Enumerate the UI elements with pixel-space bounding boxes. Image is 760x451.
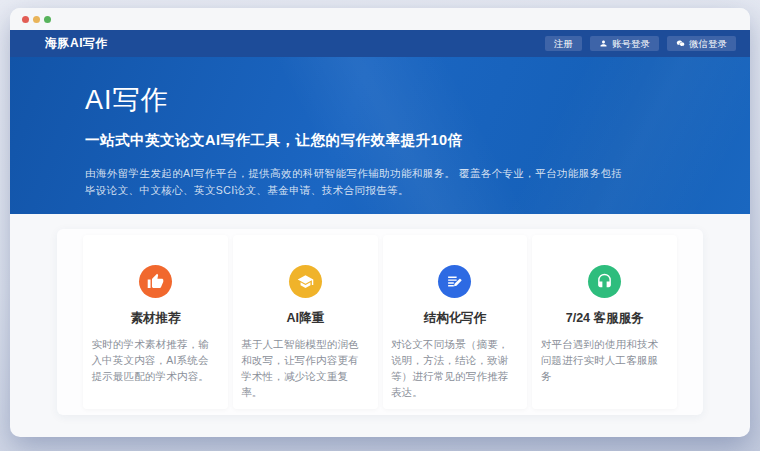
- feature-icon-circle: [438, 265, 471, 298]
- zoom-window-button[interactable]: [44, 16, 51, 23]
- hero-subtitle: 一站式中英文论文AI写作工具，让您的写作效率提升10倍: [85, 131, 710, 150]
- feature-icon-circle: [139, 265, 172, 298]
- top-navbar: 海豚AI写作 注册 账号登录 微信登录: [10, 30, 750, 57]
- hero-description-line2: 毕设论文、中文核心、英文SCI论文、基金申请、技术合同报告等。: [85, 182, 710, 199]
- feature-title: 7/24 客服服务: [532, 310, 677, 327]
- user-icon: [599, 39, 608, 48]
- feature-icon-circle: [289, 265, 322, 298]
- hero-title: AI写作: [85, 82, 710, 118]
- content-area: 素材推荐 实时的学术素材推荐，输入中英文内容，AI系统会提示最匹配的学术内容。 …: [10, 214, 750, 415]
- minimize-window-button[interactable]: [33, 16, 40, 23]
- hero-description: 由海外留学生发起的AI写作平台，提供高效的科研智能写作辅助功能和服务。 覆盖各个…: [85, 165, 710, 199]
- register-button[interactable]: 注册: [545, 36, 582, 52]
- thumbs-up-icon: [147, 273, 164, 290]
- wechat-login-label: 微信登录: [689, 39, 727, 49]
- window-titlebar: [10, 8, 750, 30]
- feature-description: 对平台遇到的使用和技术问题进行实时人工客服服务: [541, 336, 669, 384]
- site-logo[interactable]: 海豚AI写作: [45, 35, 108, 52]
- nav-actions: 注册 账号登录 微信登录: [545, 36, 736, 52]
- account-login-label: 账号登录: [612, 39, 650, 49]
- wechat-login-button[interactable]: 微信登录: [667, 36, 736, 52]
- features-card: 素材推荐 实时的学术素材推荐，输入中英文内容，AI系统会提示最匹配的学术内容。 …: [57, 229, 703, 415]
- feature-title: 素材推荐: [83, 310, 228, 327]
- feature-item-support: 7/24 客服服务 对平台遇到的使用和技术问题进行实时人工客服服务: [532, 235, 677, 409]
- wechat-icon: [676, 39, 685, 48]
- feature-icon-circle: [588, 265, 621, 298]
- hero-banner: AI写作 一站式中英文论文AI写作工具，让您的写作效率提升10倍 由海外留学生发…: [10, 57, 750, 214]
- account-login-button[interactable]: 账号登录: [590, 36, 659, 52]
- graduation-cap-icon: [297, 273, 314, 290]
- feature-description: 基于人工智能模型的润色和改写，让写作内容更有学术性，减少论文重复率。: [241, 336, 369, 400]
- feature-title: 结构化写作: [383, 310, 528, 327]
- feature-item-material: 素材推荐 实时的学术素材推荐，输入中英文内容，AI系统会提示最匹配的学术内容。: [83, 235, 228, 409]
- register-button-label: 注册: [554, 39, 573, 49]
- feature-item-structured-writing: 结构化写作 对论文不同场景（摘要，说明，方法，结论，致谢等）进行常见的写作推荐表…: [383, 235, 528, 409]
- feature-item-rewrite: AI降重 基于人工智能模型的润色和改写，让写作内容更有学术性，减少论文重复率。: [233, 235, 378, 409]
- browser-window: 海豚AI写作 注册 账号登录 微信登录 AI写作 一站式中英文论文AI写作工具，…: [10, 8, 750, 437]
- hero-description-line1: 由海外留学生发起的AI写作平台，提供高效的科研智能写作辅助功能和服务。 覆盖各个…: [85, 165, 710, 182]
- feature-description: 实时的学术素材推荐，输入中英文内容，AI系统会提示最匹配的学术内容。: [91, 336, 219, 384]
- feature-description: 对论文不同场景（摘要，说明，方法，结论，致谢等）进行常见的写作推荐表达。: [391, 336, 519, 400]
- headset-icon: [596, 273, 613, 290]
- feature-title: AI降重: [233, 310, 378, 327]
- document-edit-icon: [446, 273, 463, 290]
- close-window-button[interactable]: [22, 16, 29, 23]
